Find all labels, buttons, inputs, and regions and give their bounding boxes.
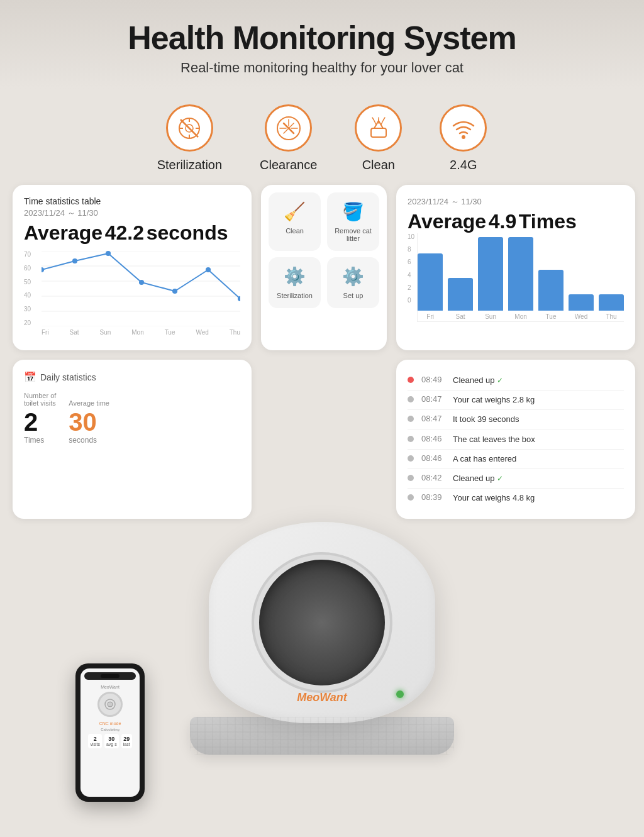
svg-line-1 xyxy=(180,119,198,137)
phone-content: MeoWant CNC mode Calculating 2 visits 30 xyxy=(84,682,136,793)
phone-status-bar xyxy=(84,672,136,680)
svg-point-29 xyxy=(108,702,113,707)
product-area: MeoWant CNC mode Calculating 2 visits 30 xyxy=(0,481,644,827)
text-7: Your cat weighs 4.8 kg xyxy=(453,492,624,504)
litter-box-brand: MeoWant xyxy=(297,691,347,704)
phone-app-name: MeoWant xyxy=(101,685,119,689)
avg-time-value: 30 xyxy=(69,409,109,435)
bar-chart-container: Fri Sat Sun Mon xyxy=(418,240,624,321)
feature-wifi: 2.4G xyxy=(440,104,487,172)
bar-sun-label: Sun xyxy=(485,313,496,320)
time-stats-title: Time statistics table xyxy=(24,196,240,206)
features-row: Sterilization Clearance xyxy=(0,89,644,185)
phone-m3-label: last xyxy=(123,742,130,746)
chart-y-labels: 70 60 50 40 30 20 xyxy=(24,251,31,326)
time-6: 08:42 xyxy=(421,473,445,482)
bar-wed-label: Wed xyxy=(575,313,587,320)
bar-sun: Sun xyxy=(478,237,503,320)
phone-device-icon xyxy=(103,697,118,712)
toilet-visits-value: 2 xyxy=(24,409,56,435)
clean-icon xyxy=(355,104,402,152)
dot-6 xyxy=(408,475,414,481)
dot-7 xyxy=(408,494,414,501)
sterilization-ctrl-icon: ⚙️ xyxy=(284,266,306,287)
activity-row-2: 08:47 Your cat weighs 2.8 kg xyxy=(408,391,624,410)
svg-point-26 xyxy=(206,267,211,272)
bar-mon-bar xyxy=(508,237,533,311)
phone-m2-label: avg s xyxy=(106,742,117,746)
daily-metrics: Number oftoilet visits 2 Times Average t… xyxy=(24,392,240,445)
phone-metric-3: 29 last xyxy=(121,734,132,748)
bar-sat-bar xyxy=(448,278,473,311)
svg-point-25 xyxy=(172,289,177,294)
remove-litter-button[interactable]: 🪣 Remove cat litter xyxy=(327,192,379,251)
clean-ctrl-icon: 🧹 xyxy=(284,201,306,222)
litter-box: MeoWant xyxy=(203,522,441,786)
toilet-visits-metric: Number oftoilet visits 2 Times xyxy=(24,392,56,445)
bar-chart-wrapper: 10 8 6 4 2 0 Fri Sat xyxy=(408,233,624,322)
phone-m1-value: 2 xyxy=(90,736,100,742)
activity-row-1: 08:49 Cleaned up ✓ xyxy=(408,371,624,391)
phone-screen: MeoWant CNC mode Calculating 2 visits 30 xyxy=(80,668,140,797)
clearance-icon xyxy=(265,104,312,152)
daily-stats-header: 📅 Daily statistics xyxy=(24,371,240,383)
bar-thu-bar xyxy=(599,294,624,311)
bar-mon-label: Mon xyxy=(514,313,526,320)
sterilization-icon xyxy=(166,104,213,152)
calendar-icon: 📅 xyxy=(24,371,36,383)
litter-box-led xyxy=(396,690,404,698)
clean-label: Clean xyxy=(362,158,395,172)
time-7: 08:39 xyxy=(421,492,445,502)
text-3: It took 39 seconds xyxy=(453,414,624,425)
feature-clearance: Clearance xyxy=(260,104,317,172)
sterilization-btn-label: Sterilization xyxy=(277,292,313,299)
bar-thu-label: Thu xyxy=(606,313,616,320)
daily-stats-card: 📅 Daily statistics Number oftoilet visit… xyxy=(13,360,252,519)
sterilization-button[interactable]: ⚙️ Sterilization xyxy=(269,257,321,308)
bar-tue: Tue xyxy=(538,270,564,320)
bar-tue-label: Tue xyxy=(546,313,557,320)
time-stats-card: Time statistics table 2023/11/24 ～ 11/30… xyxy=(13,185,252,350)
tray-grid xyxy=(190,717,454,755)
activity-log-card: 08:49 Cleaned up ✓ 08:47 Your cat weighs… xyxy=(396,360,635,519)
controls-card: 🧹 Clean 🪣 Remove cat litter ⚙️ Steriliza… xyxy=(261,185,387,350)
phone-metric-2: 30 avg s xyxy=(104,734,119,748)
litter-box-tray xyxy=(190,717,454,755)
bar-thu: Thu xyxy=(599,294,624,320)
litter-box-body: MeoWant xyxy=(209,522,435,723)
clearance-label: Clearance xyxy=(260,158,317,172)
bar-sun-bar xyxy=(478,237,503,311)
litter-box-door xyxy=(259,560,385,685)
svg-point-22 xyxy=(72,258,77,263)
avg-time-label: Average time xyxy=(69,399,109,407)
setup-button[interactable]: ⚙️ Set up xyxy=(327,257,379,308)
phone-calculating: Calculating xyxy=(101,728,119,731)
feature-sterilization: Sterilization xyxy=(157,104,222,172)
bar-sat: Sat xyxy=(448,278,473,320)
bar-chart-bars-area: Fri Sat Sun Mon xyxy=(417,233,624,322)
daily-stats-title: Daily statistics xyxy=(40,372,96,382)
chart-x-labels: Fri Sat Sun Mon Tue Wed Thu xyxy=(42,329,240,336)
svg-point-24 xyxy=(139,280,144,285)
toilet-visits-unit: Times xyxy=(24,436,56,445)
footer: Only supports 2.4Ghz Wi-Fi, not 5Ghz Wi-… xyxy=(0,827,644,837)
svg-point-23 xyxy=(106,251,111,256)
dot-5 xyxy=(408,455,414,462)
clean-button[interactable]: 🧹 Clean xyxy=(269,192,321,251)
bar-avg-unit: Times xyxy=(519,210,577,233)
time-stats-avg: Average 42.2 seconds xyxy=(24,221,240,245)
time-5: 08:46 xyxy=(421,453,445,463)
activity-row-3: 08:47 It took 39 seconds xyxy=(408,410,624,430)
dot-1 xyxy=(408,377,414,383)
phone-status-text: CNC mode xyxy=(99,721,121,726)
bar-chart-y-axis: 10 8 6 4 2 0 xyxy=(408,233,414,315)
controls-top-row: 🧹 Clean 🪣 Remove cat litter xyxy=(269,192,379,251)
page-subtitle: Real-time monitoring healthy for your lo… xyxy=(13,60,631,76)
avg-unit: seconds xyxy=(147,221,228,244)
phone-metric-1: 2 visits xyxy=(88,734,102,748)
text-6: Cleaned up ✓ xyxy=(453,473,624,484)
time-stats-date: 2023/11/24 ～ 11/30 xyxy=(24,208,240,219)
page-title: Health Monitoring System xyxy=(13,19,631,57)
bar-mon: Mon xyxy=(508,237,533,320)
bar-tue-bar xyxy=(538,270,564,311)
